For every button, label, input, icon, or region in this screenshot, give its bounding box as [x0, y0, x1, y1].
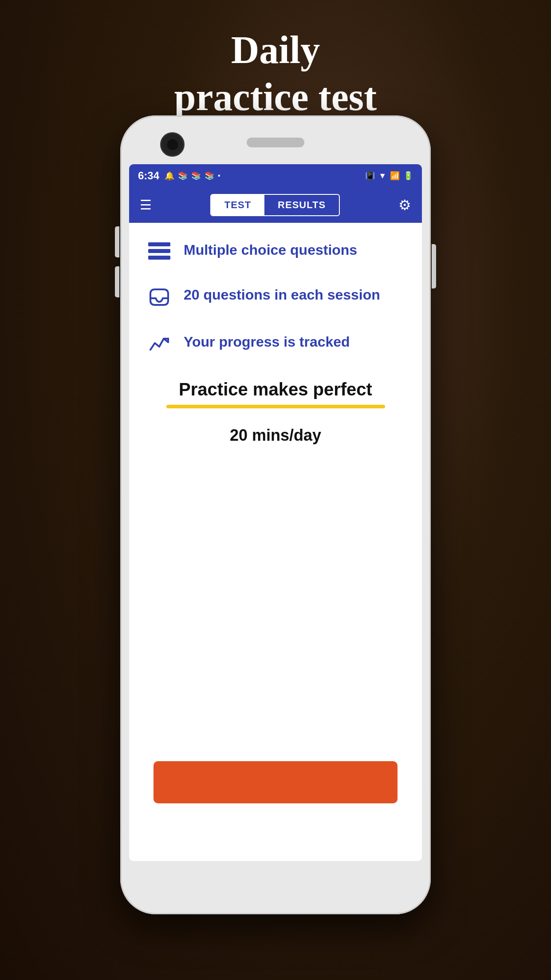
practice-underline — [166, 405, 385, 408]
phone-speaker — [247, 138, 304, 147]
feature-questions-count: 20 questions in each session — [147, 285, 404, 311]
menu-icon[interactable]: ☰ — [140, 198, 152, 212]
vibrate-icon: 📳 — [365, 171, 375, 181]
multiple-choice-text: Multiple choice questions — [184, 241, 357, 260]
practice-title: Practice makes perfect — [147, 379, 404, 399]
feature-multiple-choice: Multiple choice questions — [147, 241, 404, 264]
notification-icon-1: 🔔 — [165, 171, 174, 181]
wifi-icon: ▼ — [378, 171, 386, 181]
practice-section: Practice makes perfect 20 mins/day — [147, 379, 404, 445]
progress-tracked-text: Your progress is tracked — [184, 332, 350, 352]
tab-test[interactable]: TEST — [211, 195, 264, 215]
status-right-icons: 📳 ▼ 📶 🔋 — [365, 171, 413, 181]
status-bar: 6:34 🔔 📚 📚 📚 • 📳 ▼ 📶 🔋 — [129, 164, 422, 187]
signal-icon: 📶 — [390, 171, 400, 181]
svg-rect-1 — [148, 249, 170, 253]
phone-power-button — [432, 244, 436, 288]
title-line1: Daily — [0, 27, 551, 74]
inbox-icon — [147, 287, 171, 311]
settings-icon[interactable]: ⚙ — [398, 197, 411, 213]
svg-rect-0 — [148, 242, 170, 246]
list-icon — [147, 242, 171, 264]
battery-icon: 🔋 — [403, 171, 413, 181]
status-notification-icons: 🔔 📚 📚 📚 • — [165, 171, 220, 181]
phone-camera — [160, 132, 185, 157]
practice-subtitle: 20 mins/day — [147, 426, 404, 445]
questions-count-text: 20 questions in each session — [184, 285, 380, 304]
page-title: Daily practice test — [0, 27, 551, 120]
nav-bar: ☰ TEST RESULTS ⚙ — [129, 187, 422, 223]
status-time: 6:34 — [138, 170, 159, 182]
notification-dot: • — [218, 172, 220, 180]
svg-rect-2 — [148, 256, 170, 260]
phone-frame: 6:34 🔔 📚 📚 📚 • 📳 ▼ 📶 🔋 ☰ TEST RESULTS — [120, 115, 431, 914]
phone-volume-up-button — [115, 226, 119, 257]
phone-volume-down-button — [115, 266, 119, 297]
tab-results[interactable]: RESULTS — [264, 195, 339, 215]
chart-icon — [147, 334, 171, 358]
feature-progress-tracked: Your progress is tracked — [147, 332, 404, 358]
cta-button[interactable] — [153, 761, 398, 803]
nav-tabs: TEST RESULTS — [210, 194, 340, 216]
notification-icon-3: 📚 — [191, 171, 201, 181]
notification-icon-2: 📚 — [178, 171, 188, 181]
title-line2: practice test — [0, 74, 551, 121]
notification-icon-4: 📚 — [205, 171, 214, 181]
phone-screen: 6:34 🔔 📚 📚 📚 • 📳 ▼ 📶 🔋 ☰ TEST RESULTS — [129, 164, 422, 861]
